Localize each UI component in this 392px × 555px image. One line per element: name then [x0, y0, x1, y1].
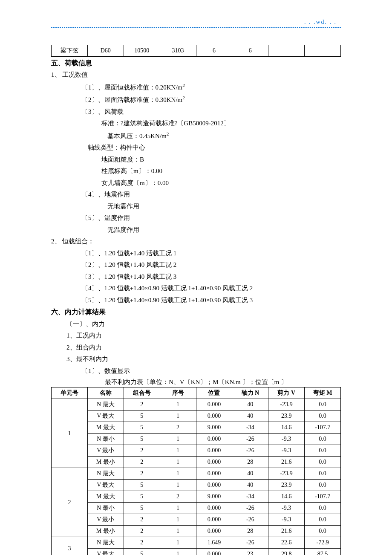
sup: 2: [182, 95, 185, 100]
force-table-cell: 0.000: [196, 434, 232, 445]
force-table-cell: 5: [124, 434, 160, 445]
force-table-cell: 5: [124, 549, 160, 555]
force-table-cell: N 最小: [87, 434, 124, 445]
force-table-cell: 0.0: [305, 457, 341, 468]
top-table-cell: [305, 45, 341, 57]
force-table-cell: M 最小: [87, 526, 124, 537]
sec5-item1-text: 〔1〕、屋面恒载标准值：0.20KN/m: [82, 84, 182, 91]
force-table-cell: M 最小: [87, 457, 124, 468]
table-row: 2N 最大210.00040-23.90.0: [52, 468, 341, 480]
sec5-p1: 1、 工况数值: [51, 69, 341, 81]
force-table-cell: 23.9: [268, 480, 305, 491]
table-row: N 最小510.000-26-9.30.0: [52, 503, 341, 514]
force-table-cell: -23.9: [268, 468, 305, 480]
table-row: V 最小210.000-26-9.30.0: [52, 445, 341, 457]
force-table-cell: -26: [232, 445, 268, 457]
sec5-item2: 〔2〕、屋面活载标准值：0.30KN/m2: [51, 94, 341, 106]
force-table-cell: N 最大: [87, 468, 124, 480]
force-table-cell: 87.5: [305, 549, 341, 555]
force-table-header-cell: 剪力 V: [268, 387, 305, 399]
table-row: N 最小510.000-26-9.30.0: [52, 434, 341, 445]
force-table-cell: V 最大: [87, 410, 124, 422]
force-table-cell: -26: [232, 503, 268, 514]
sec5-c4: 〔4〕、1.20 恒载+1.40×0.90 活载工况 1+1.40×0.90 风…: [51, 283, 341, 294]
sec6-a3: 3、最不利内力: [51, 354, 341, 365]
force-table-cell: 9.000: [196, 491, 232, 503]
force-table-cell: N 最小: [87, 503, 124, 514]
force-table-cell: 0.000: [196, 526, 232, 537]
table-row: M 最大529.000-3414.6-107.7: [52, 491, 341, 503]
force-table-cell: 2: [160, 491, 196, 503]
sup: 2: [182, 83, 185, 88]
top-table-cell: D60: [87, 45, 124, 57]
sec5-c1: 〔1〕、1.20 恒载+1.40 活载工况 1: [51, 248, 341, 259]
force-table-header-cell: 弯矩 M: [305, 387, 341, 399]
top-table-cell: 6: [196, 45, 232, 57]
force-table-cell: -107.7: [305, 491, 341, 503]
force-table-cell: 1: [160, 537, 196, 549]
top-table-cell: [268, 45, 305, 57]
force-table-cell: 5: [124, 410, 160, 422]
force-table-header-cell: 组合号: [124, 387, 160, 399]
force-table-cell: M 最大: [87, 422, 124, 434]
sec5-c2: 〔2〕、1.20 恒载+1.40 风载工况 2: [51, 260, 341, 271]
sec5-c3: 〔3〕、1.20 恒载+1.40 风载工况 3: [51, 272, 341, 283]
force-table-cell: V 最小: [87, 514, 124, 526]
force-table-cell: 0.000: [196, 457, 232, 468]
force-table-cell: 0.000: [196, 410, 232, 422]
force-table-cell: 0.000: [196, 399, 232, 410]
force-table-cell: -26: [232, 537, 268, 549]
sec5-item5: 〔5〕、温度作用: [51, 213, 341, 224]
force-table-cell: 0.000: [196, 549, 232, 555]
force-table-cell: N 最大: [87, 537, 124, 549]
force-table-cell: -9.3: [268, 514, 305, 526]
force-table-cell: 14.6: [268, 422, 305, 434]
force-table-cell: V 最大: [87, 549, 124, 555]
force-table-cell: 0.0: [305, 445, 341, 457]
force-table-cell: 40: [232, 399, 268, 410]
force-table-cell: 28: [232, 457, 268, 468]
sec5-parapet: 女儿墙高度〔m〕：0.00: [51, 178, 341, 189]
force-table-header-cell: 单元号: [52, 387, 88, 399]
sec6-a3a: 〔1〕、数值显示: [51, 366, 341, 377]
table-row: M 最小210.0002821.60.0: [52, 526, 341, 537]
table-row: V 最大510.0004023.90.0: [52, 480, 341, 491]
force-table-cell: 1: [160, 399, 196, 410]
force-table-cell: 23.9: [268, 410, 305, 422]
force-table-cell: 1: [160, 480, 196, 491]
table-row: V 最大510.0002329.887.5: [52, 549, 341, 555]
force-table-cell: 2: [124, 445, 160, 457]
sec5-rough: 地面粗糙度：B: [51, 154, 341, 165]
force-table-cell: 0.0: [305, 514, 341, 526]
force-table-cell: 0.0: [305, 503, 341, 514]
sec5-item4: 〔4〕、地震作用: [51, 189, 341, 200]
force-table-cell: 5: [124, 480, 160, 491]
force-table-cell: 14.6: [268, 491, 305, 503]
sec5-item3b-text: 基本风压：0.45KN/m: [107, 133, 167, 139]
force-table-cell: -26: [232, 434, 268, 445]
section-5-title: 五、荷载信息: [51, 58, 341, 69]
force-table-header-cell: 序号: [160, 387, 196, 399]
force-table-caption: 最不利内力表〔单位：N、V〔KN〕；M〔KN.m 〕；位置〔m 〕: [51, 378, 341, 386]
top-table-cell: 3103: [160, 45, 196, 57]
sec5-item5a: 无温度作用: [51, 225, 341, 236]
sec5-axis: 轴线类型：构件中心: [51, 142, 341, 153]
sec6-a2: 2、组合内力: [51, 342, 341, 353]
force-table-cell: 0.0: [305, 480, 341, 491]
force-table-header-cell: 名称: [87, 387, 124, 399]
sec5-p2: 2、 恒载组合：: [51, 236, 341, 247]
top-table-cell: 10500: [124, 45, 160, 57]
force-table-cell: 5: [124, 422, 160, 434]
force-table-cell: 0.0: [305, 468, 341, 480]
sec5-c5: 〔5〕、1.20 恒载+1.40×0.90 活载工况 1+1.40×0.90 风…: [51, 295, 341, 306]
force-table-cell: 40: [232, 480, 268, 491]
force-table-cell: 40: [232, 410, 268, 422]
force-table-cell: 28: [232, 526, 268, 537]
force-table-cell: -23.9: [268, 399, 305, 410]
force-table-cell: 2: [124, 457, 160, 468]
sup: 2: [167, 131, 169, 136]
force-table-cell: 9.000: [196, 422, 232, 434]
table-row: V 最小210.000-26-9.30.0: [52, 514, 341, 526]
force-table-header-cell: 轴力 N: [232, 387, 268, 399]
force-table-cell: 2: [124, 537, 160, 549]
